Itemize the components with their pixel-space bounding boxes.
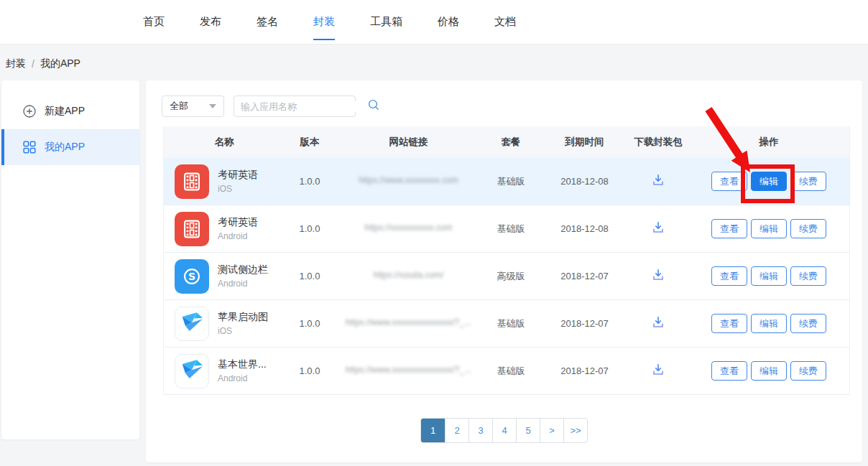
view-button[interactable]: 查看 (711, 266, 747, 286)
film-app-icon (175, 164, 209, 199)
sidebar: 新建APP 我的APP (1, 80, 139, 439)
website-link-blurred: https://www.xxxxxxxxxxxxxx/?_... (346, 317, 471, 327)
page-5[interactable]: 5 (516, 419, 540, 442)
nav-item-toolbox[interactable]: 工具箱 (370, 0, 402, 45)
nav-menu: 首页 发布 签名 封装 工具箱 价格 文档 (143, 0, 516, 45)
header-expiry: 到期时间 (540, 136, 629, 149)
table-row: 考研英语Android 1.0.0 https://xxxxxxxxxx.com… (164, 205, 849, 253)
header-website: 网站链接 (335, 136, 482, 149)
view-button[interactable]: 查看 (711, 172, 747, 191)
page-3[interactable]: 3 (468, 419, 492, 442)
website-link-blurred: https://www.xxxxxxxxxxxxxx/?_... (346, 365, 471, 375)
download-icon[interactable] (650, 314, 666, 330)
table-row: 苹果启动图iOS 1.0.0 https://www.xxxxxxxxxxxxx… (164, 300, 849, 348)
header-name: 名称 (164, 136, 285, 149)
filter-dropdown-value: 全部 (170, 100, 188, 113)
header-plan: 套餐 (482, 136, 540, 149)
renew-button[interactable]: 续费 (790, 361, 826, 381)
plan-cell: 基础版 (482, 175, 540, 188)
view-button[interactable]: 查看 (711, 314, 747, 333)
header-version: 版本 (285, 136, 335, 149)
app-name: 考研英语 (218, 169, 258, 182)
version-cell: 1.0.0 (285, 365, 335, 376)
chevron-down-icon (209, 104, 216, 108)
page-4[interactable]: 4 (492, 419, 516, 442)
nav-item-price[interactable]: 价格 (438, 0, 459, 45)
app-name-cell: 苹果启动图iOS (164, 307, 285, 341)
nav-item-package-active[interactable]: 封装 (313, 0, 335, 45)
version-cell: 1.0.0 (285, 176, 335, 187)
expiry-cell: 2018-12-07 (540, 318, 629, 329)
table-header: 名称 版本 网站链接 套餐 到期时间 下载封装包 操作 (164, 126, 849, 158)
actions-cell: 查看 编辑 续费 (687, 361, 851, 381)
app-platform: iOS (218, 326, 268, 336)
download-icon[interactable] (650, 362, 666, 378)
download-icon[interactable] (650, 267, 666, 283)
sidebar-item-my-app[interactable]: 我的APP (1, 129, 139, 165)
sidebar-my-app-label: 我的APP (45, 141, 85, 154)
app-name: 测试侧边栏 (218, 264, 268, 276)
nav-item-signature[interactable]: 签名 (257, 0, 278, 45)
download-icon[interactable] (650, 172, 666, 188)
nav-item-docs[interactable]: 文档 (494, 0, 516, 45)
edit-button[interactable]: 编辑 (751, 266, 787, 286)
breadcrumb-package[interactable]: 封装 (6, 57, 26, 70)
app-name-cell: 考研英语iOS (164, 164, 285, 199)
app-table: 名称 版本 网站链接 套餐 到期时间 下载封装包 操作 考研英语iOS 1.0.… (163, 126, 850, 395)
actions-cell: 查看 编辑 续费 (687, 266, 851, 286)
sidebar-item-new-app[interactable]: 新建APP (1, 93, 139, 129)
renew-button[interactable]: 续费 (790, 172, 826, 191)
page-2[interactable]: 2 (445, 419, 468, 442)
breadcrumb-my-app: 我的APP (40, 57, 80, 70)
search-input[interactable] (241, 101, 367, 112)
app-platform: iOS (218, 184, 258, 194)
expiry-cell: 2018-12-07 (540, 365, 629, 376)
header-actions: 操作 (687, 136, 851, 149)
search-icon[interactable] (367, 98, 380, 114)
table-row: 基本世界...Android 1.0.0 https://www.xxxxxxx… (164, 348, 849, 395)
app-name: 考研英语 (218, 216, 258, 229)
last-page-button[interactable]: >> (563, 419, 587, 442)
expiry-cell: 2018-12-08 (540, 223, 629, 234)
view-button[interactable]: 查看 (711, 219, 747, 238)
svg-text:S: S (188, 270, 195, 281)
actions-cell: 查看 编辑 续费 (687, 172, 851, 191)
edit-button[interactable]: 编辑 (751, 219, 787, 238)
origami-bird-app-icon (175, 354, 209, 388)
app-platform: Android (218, 279, 268, 289)
view-button[interactable]: 查看 (711, 361, 747, 381)
expiry-cell: 2018-12-08 (540, 176, 629, 187)
app-platform: Android (218, 231, 258, 241)
search-box (234, 95, 356, 117)
nav-item-publish[interactable]: 发布 (200, 0, 221, 45)
s-logo-app-icon: S (175, 259, 209, 294)
nav-item-home[interactable]: 首页 (143, 0, 165, 45)
actions-cell: 查看 编辑 续费 (687, 219, 851, 238)
website-link-blurred: https://www.xxxxxxxx.com (359, 175, 458, 185)
breadcrumb: 封装 / 我的APP (6, 57, 80, 70)
renew-button[interactable]: 续费 (790, 266, 826, 286)
next-page-button[interactable]: > (540, 419, 563, 442)
app-name-cell: 基本世界...Android (164, 354, 285, 388)
renew-button[interactable]: 续费 (790, 314, 826, 333)
origami-bird-app-icon (175, 307, 209, 341)
download-icon[interactable] (650, 220, 666, 236)
plan-cell: 基础版 (482, 223, 540, 236)
pagination: 1 2 3 4 5 > >> (420, 418, 588, 443)
table-row: 考研英语iOS 1.0.0 https://www.xxxxxxxx.com 基… (164, 158, 849, 205)
edit-button[interactable]: 编辑 (751, 361, 787, 381)
plan-cell: 基础版 (482, 317, 540, 330)
header-download: 下载封装包 (629, 136, 687, 149)
grid-icon (23, 141, 36, 154)
edit-button-highlighted[interactable]: 编辑 (751, 172, 787, 191)
version-cell: 1.0.0 (285, 271, 335, 281)
filter-dropdown[interactable]: 全部 (162, 95, 224, 117)
sidebar-new-app-label: 新建APP (45, 105, 85, 118)
renew-button[interactable]: 续费 (790, 219, 826, 238)
edit-button[interactable]: 编辑 (751, 314, 787, 333)
page-1-active[interactable]: 1 (421, 419, 445, 442)
toolbar: 全部 (146, 80, 862, 117)
film-app-icon (175, 212, 209, 246)
top-navigation: 首页 发布 签名 封装 工具箱 价格 文档 (0, 0, 868, 45)
expiry-cell: 2018-12-07 (540, 271, 629, 281)
